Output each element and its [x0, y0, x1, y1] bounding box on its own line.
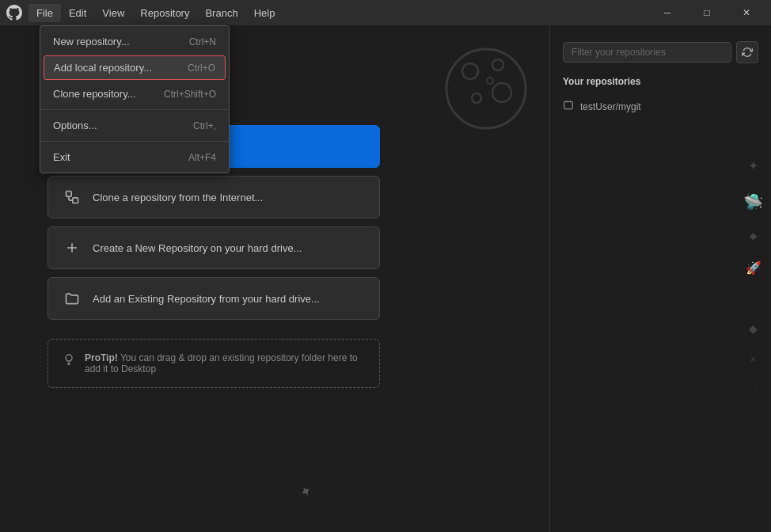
add-existing-repository-button[interactable]: Add an Existing Repository from your har…: [47, 277, 380, 320]
menubar: File Edit View Repository Branch Help: [28, 4, 649, 22]
menu-edit[interactable]: Edit: [61, 4, 94, 22]
folder-icon: [63, 289, 82, 308]
sidebar: Your repositories testUser/mygit ✦ 🛸 ◆ 🚀…: [549, 25, 771, 532]
filter-repositories-input[interactable]: [563, 42, 731, 63]
protip-box: ProTip! You can drag & drop an existing …: [47, 339, 380, 388]
deco-2: ◆: [750, 230, 757, 241]
refresh-button[interactable]: [736, 41, 758, 63]
svg-point-12: [487, 78, 493, 84]
svg-point-7: [446, 49, 526, 128]
svg-point-8: [462, 63, 478, 79]
lightbulb-icon: [63, 353, 75, 368]
svg-point-9: [492, 59, 503, 70]
svg-rect-13: [564, 101, 573, 108]
separator-2: [40, 141, 229, 142]
close-button[interactable]: ✕: [728, 0, 765, 25]
menu-branch[interactable]: Branch: [197, 4, 245, 22]
titlebar: File Edit View Repository Branch Help ─ …: [0, 0, 771, 25]
menu-new-repository[interactable]: New repository... Ctrl+N: [40, 29, 229, 54]
protip-text: ProTip! You can drag & drop an existing …: [85, 352, 365, 374]
menu-repository[interactable]: Repository: [132, 4, 197, 22]
moon-decoration: [439, 41, 534, 139]
right-decorations: ✦ 🛸 ◆ 🚀 · ◆ × · ·: [743, 158, 763, 393]
clone-icon: [63, 188, 82, 207]
deco-3: 🚀: [746, 260, 762, 276]
deco-5: ◆: [749, 322, 758, 335]
satellite-icon: ✦: [297, 481, 316, 503]
clone-repository-label: Clone a repository from the Internet...: [93, 192, 263, 203]
window-controls: ─ □ ✕: [649, 0, 765, 25]
protip-label: ProTip!: [85, 352, 118, 363]
separator-1: [40, 109, 229, 110]
github-logo-icon: [6, 5, 22, 21]
create-new-repository-label: Create a New Repository on your hard dri…: [93, 242, 302, 254]
minimize-button[interactable]: ─: [649, 0, 686, 25]
repo-item[interactable]: testUser/mygit: [563, 97, 758, 116]
menu-clone-repository[interactable]: Clone repository... Ctrl+Shift+O: [40, 82, 229, 106]
clone-repository-button[interactable]: Clone a repository from the Internet...: [47, 176, 380, 218]
menu-file[interactable]: File: [28, 4, 61, 22]
menu-add-local-repository[interactable]: Add local repository... Ctrl+O: [44, 55, 226, 80]
svg-rect-3: [73, 198, 78, 203]
side-decorations: ✦: [300, 483, 312, 500]
svg-rect-2: [66, 192, 72, 197]
menu-exit[interactable]: Exit Alt+F4: [40, 145, 229, 169]
create-new-repository-button[interactable]: Create a New Repository on your hard dri…: [47, 226, 380, 269]
maximize-button[interactable]: □: [689, 0, 725, 25]
svg-point-11: [472, 93, 481, 103]
repo-name: testUser/mygit: [580, 101, 641, 112]
deco-1: ✦: [748, 158, 758, 173]
deco-7: · ·: [750, 384, 756, 393]
deco-4: ·: [752, 294, 754, 303]
deco-6: ×: [750, 354, 756, 365]
filter-row: [563, 41, 758, 63]
new-repo-icon: [63, 238, 82, 257]
menu-options[interactable]: Options... Ctrl+,: [40, 113, 229, 138]
menu-view[interactable]: View: [94, 4, 132, 22]
svg-point-10: [492, 83, 511, 102]
rocket-deco-icon: 🛸: [743, 192, 763, 211]
menu-help[interactable]: Help: [246, 4, 283, 22]
protip-body: You can drag & drop an existing reposito…: [85, 352, 358, 374]
add-existing-repository-label: Add an Existing Repository from your har…: [93, 293, 320, 305]
your-repositories-label: Your repositories: [563, 76, 758, 87]
file-dropdown-menu: New repository... Ctrl+N Add local repos…: [40, 25, 230, 173]
repo-icon: [563, 100, 574, 113]
